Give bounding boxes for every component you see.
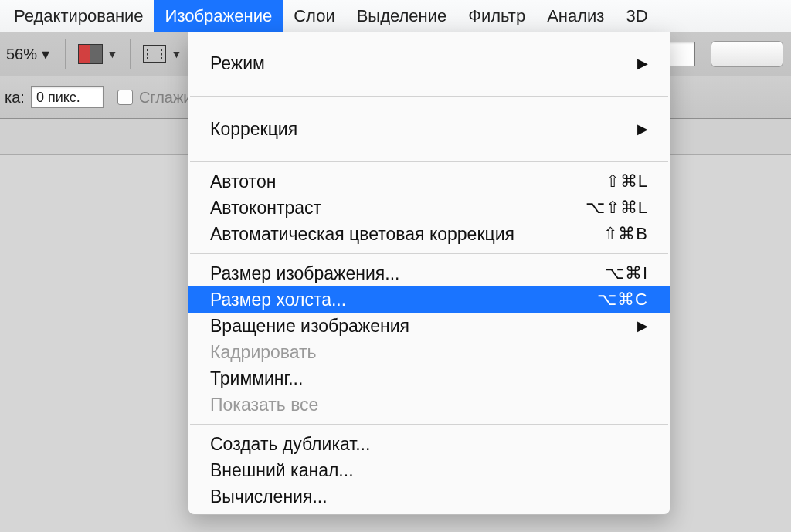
screen-mode-button[interactable]: ▼ — [73, 41, 123, 67]
menu-item-image-size[interactable]: Размер изображения... ⌥⌘I — [188, 260, 670, 286]
menu-item-label: Автотон — [210, 171, 555, 192]
separator — [130, 39, 131, 69]
menu-layers[interactable]: Слои — [283, 0, 346, 32]
arrange-icon — [143, 45, 166, 63]
menu-item-crop: Кадрировать — [188, 339, 670, 365]
menu-item-autocolor[interactable]: Автоматическая цветовая коррекция ⇧⌘B — [188, 221, 670, 247]
chevron-down-icon: ▼ — [107, 48, 118, 60]
arrange-button[interactable]: ▼ — [138, 42, 186, 66]
menu-item-autotone[interactable]: Автотон ⇧⌘L — [188, 168, 670, 195]
submenu-arrow-icon: ▶ — [637, 120, 648, 137]
menu-item-canvas-size[interactable]: Размер холста... ⌥⌘C — [188, 286, 670, 313]
menu-item-adjustments[interactable]: Коррекция ▶ — [188, 115, 670, 143]
antialias-checkbox[interactable] — [117, 90, 133, 105]
shortcut-label: ⌥⌘C — [555, 290, 648, 310]
menu-item-label: Кадрировать — [210, 342, 648, 363]
menu-item-label: Вычисления... — [210, 486, 648, 507]
menubar: Редактирование Изображение Слои Выделени… — [0, 0, 791, 32]
menu-image[interactable]: Изображение — [154, 0, 283, 32]
shortcut-label: ⇧⌘L — [555, 171, 648, 191]
menu-item-label: Тримминг... — [210, 368, 648, 389]
menu-item-rotate[interactable]: Вращение изображения ▶ — [188, 313, 670, 339]
submenu-arrow-icon: ▶ — [637, 317, 648, 334]
menu-item-label: Размер холста... — [210, 290, 555, 310]
menu-item-duplicate[interactable]: Создать дубликат... — [188, 431, 670, 457]
menu-item-reveal-all: Показать все — [188, 391, 670, 418]
shortcut-label: ⇧⌘B — [555, 224, 648, 244]
menu-item-label: Вращение изображения — [210, 316, 630, 337]
menu-filter[interactable]: Фильтр — [457, 0, 536, 32]
submenu-arrow-icon: ▶ — [637, 55, 648, 72]
menu-item-mode[interactable]: Режим ▶ — [188, 49, 670, 77]
menu-separator — [190, 424, 668, 425]
menu-item-calculations[interactable]: Вычисления... — [188, 483, 670, 510]
chevron-down-icon: ▼ — [171, 48, 182, 60]
menu-separator — [190, 96, 668, 97]
feather-label: ка: — [5, 89, 25, 107]
menu-analysis[interactable]: Анализ — [536, 0, 615, 32]
menu-select[interactable]: Выделение — [346, 0, 458, 32]
feather-input[interactable] — [31, 86, 104, 108]
separator — [65, 39, 66, 69]
menu-item-label: Режим — [210, 53, 630, 74]
menu-3d[interactable]: 3D — [615, 0, 658, 32]
menu-item-label: Автоматическая цветовая коррекция — [210, 224, 555, 245]
menu-item-label: Внешний канал... — [210, 460, 648, 481]
menu-item-label: Коррекция — [210, 119, 630, 140]
menu-item-label: Показать все — [210, 395, 648, 415]
menu-edit[interactable]: Редактирование — [3, 0, 154, 32]
menu-image-dropdown: Режим ▶ Коррекция ▶ Автотон ⇧⌘L Автоконт… — [188, 32, 670, 515]
zoom-level[interactable]: 56% ▾ — [0, 40, 53, 68]
menu-item-label: Автоконтраст — [210, 198, 555, 219]
menu-item-label: Создать дубликат... — [210, 434, 648, 455]
menu-separator — [190, 253, 668, 254]
screen-mode-icon — [78, 44, 103, 64]
menu-item-autocontrast[interactable]: Автоконтраст ⌥⇧⌘L — [188, 195, 670, 221]
menu-separator — [190, 161, 668, 162]
menu-item-apply-image[interactable]: Внешний канал... — [188, 457, 670, 483]
menu-item-label: Размер изображения... — [210, 263, 555, 284]
shortcut-label: ⌥⇧⌘L — [555, 198, 648, 218]
toolbar-button[interactable] — [711, 41, 783, 67]
menu-item-trim[interactable]: Тримминг... — [188, 365, 670, 391]
shortcut-label: ⌥⌘I — [555, 263, 648, 283]
